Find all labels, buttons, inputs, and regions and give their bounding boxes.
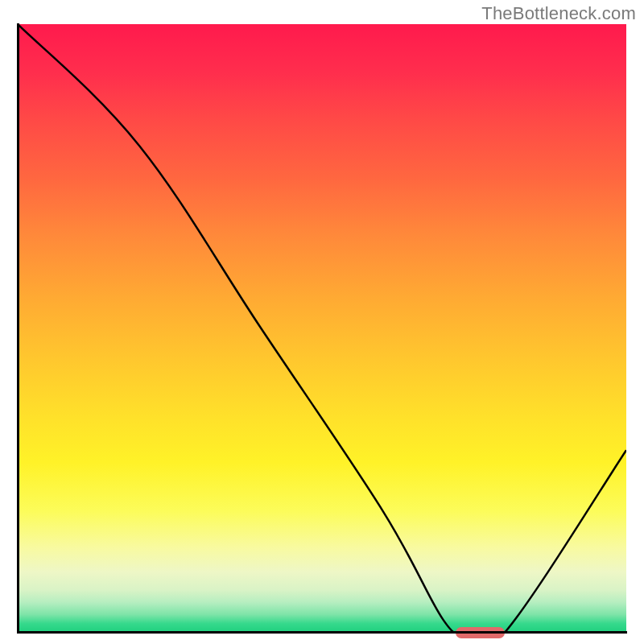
watermark-text: TheBottleneck.com [481,3,636,24]
bottleneck-curve [18,24,626,633]
optimal-range-marker [456,627,504,638]
plot-area [18,24,626,633]
curve-path [18,24,626,633]
